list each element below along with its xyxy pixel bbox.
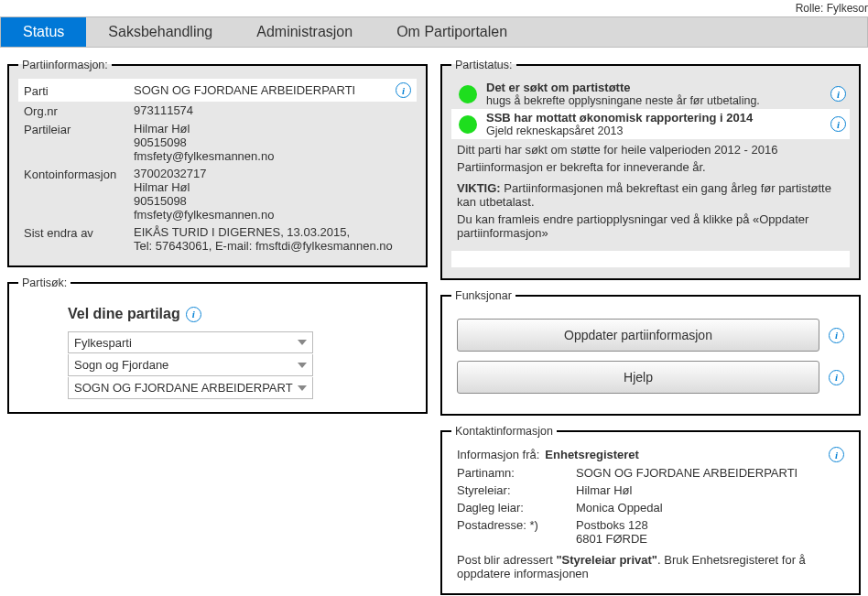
styreleiar-label: Styreleiar: bbox=[457, 483, 576, 497]
tab-saksbehandling[interactable]: Saksbehandling bbox=[86, 17, 234, 47]
funksjonar-legend: Funksjonar bbox=[451, 289, 515, 302]
dagleg-leiar-value: Monica Oppedal bbox=[576, 501, 844, 515]
tab-status[interactable]: Status bbox=[1, 17, 86, 47]
partiinformasjon-panel: Partiinformasjon: Parti SOGN OG FJORDANE… bbox=[7, 59, 428, 267]
partileiar-label: Partileiar bbox=[24, 122, 134, 163]
styreleiar-value: Hilmar Høl bbox=[576, 483, 844, 497]
status-2-sub: Gjeld rekneskapsåret 2013 bbox=[486, 125, 821, 137]
orgnr-value: 973111574 bbox=[134, 103, 411, 118]
info-icon[interactable]: i bbox=[829, 447, 844, 462]
sist-endra-value-2: Tel: 57643061, E-mail: fmsftdi@fylkesman… bbox=[134, 239, 411, 253]
main-tabs: Status Saksbehandling Administrasjon Om … bbox=[0, 16, 868, 48]
partinamn-value: SOGN OG FJORDANE ARBEIDERPARTI bbox=[576, 466, 844, 480]
partisok-panel: Partisøk: Vel dine partilag i Fylkespart… bbox=[7, 276, 428, 414]
kontaktinformasjon-panel: Kontaktinformasjon Informasjon frå: Enhe… bbox=[440, 425, 861, 595]
chevron-down-icon bbox=[298, 385, 307, 391]
blank-line bbox=[451, 251, 850, 267]
postadresse-line2: 6801 FØRDE bbox=[576, 532, 844, 546]
status-1-sub: hugs å bekrefte opplysningane neste år f… bbox=[486, 94, 821, 107]
orgnr-label: Org.nr bbox=[24, 103, 134, 118]
partileiar-name: Hilmar Høl bbox=[134, 122, 411, 135]
kontaktinformasjon-legend: Kontaktinformasjon bbox=[451, 425, 557, 438]
partisok-heading: Vel dine partilag bbox=[68, 306, 180, 322]
konto-phone: 90515098 bbox=[134, 194, 411, 208]
status-note-2: Partiinformasjon er bekrefta for innever… bbox=[457, 160, 844, 174]
chevron-down-icon bbox=[298, 340, 307, 345]
status-dot-icon bbox=[459, 85, 477, 103]
info-icon[interactable]: i bbox=[829, 328, 844, 343]
partileiar-phone: 90515098 bbox=[134, 135, 411, 149]
partistatus-panel: Partistatus: Det er søkt om partistøtte … bbox=[440, 59, 861, 280]
select-parti[interactable]: SOGN OG FJORDANE ARBEIDERPART bbox=[68, 377, 313, 399]
hjelp-button[interactable]: Hjelp bbox=[457, 361, 819, 394]
select-region-value: Sogn og Fjordane bbox=[74, 358, 168, 372]
status-note-3: VIKTIG: Partiinformasjonen må bekreftast… bbox=[457, 181, 844, 209]
postadresse-label: Postadresse: *) bbox=[457, 518, 576, 546]
status-2-title: SSB har mottatt økonomisk rapportering i… bbox=[486, 111, 821, 125]
status-note-4: Du kan framleis endre partiopplysningar … bbox=[457, 212, 844, 240]
parti-value: SOGN OG FJORDANE ARBEIDERPARTI bbox=[134, 83, 396, 97]
status-1-title: Det er søkt om partistøtte bbox=[486, 81, 821, 94]
info-icon[interactable]: i bbox=[829, 370, 844, 385]
sist-endra-label: Sist endra av bbox=[24, 225, 134, 253]
info-icon[interactable]: i bbox=[186, 307, 201, 322]
partistatus-legend: Partistatus: bbox=[451, 59, 516, 71]
role-label: Rolle: Fylkesor bbox=[0, 0, 868, 16]
select-partitype-value: Fylkesparti bbox=[74, 336, 132, 350]
konto-name: Hilmar Høl bbox=[134, 180, 411, 194]
info-icon[interactable]: i bbox=[396, 82, 411, 98]
tab-om-partiportalen[interactable]: Om Partiportalen bbox=[374, 17, 529, 47]
dagleg-leiar-label: Dagleg leiar: bbox=[457, 501, 576, 515]
select-region[interactable]: Sogn og Fjordane bbox=[68, 354, 313, 376]
chevron-down-icon bbox=[298, 363, 307, 368]
partileiar-email: fmsfety@fylkesmannen.no bbox=[134, 149, 411, 163]
status-dot-icon bbox=[459, 115, 477, 134]
select-partitype[interactable]: Fylkesparti bbox=[68, 331, 313, 353]
partisok-legend: Partisøk: bbox=[18, 276, 71, 289]
partiinformasjon-legend: Partiinformasjon: bbox=[18, 59, 112, 71]
funksjonar-panel: Funksjonar Oppdater partiinformasjon i H… bbox=[440, 289, 861, 416]
tab-administrasjon[interactable]: Administrasjon bbox=[234, 17, 374, 47]
oppdater-partiinformasjon-button[interactable]: Oppdater partiinformasjon bbox=[457, 319, 819, 352]
status-note-1: Ditt parti har søkt om støtte for heile … bbox=[457, 143, 844, 157]
info-from-label: Informasjon frå: bbox=[457, 448, 539, 461]
postadresse-line1: Postboks 128 bbox=[576, 518, 844, 532]
info-icon[interactable]: i bbox=[830, 86, 846, 102]
konto-label: Kontoinformasjon bbox=[24, 167, 134, 222]
info-icon[interactable]: i bbox=[830, 116, 846, 132]
konto-email: fmsfety@fylkesmannen.no bbox=[134, 208, 411, 222]
partinamn-label: Partinamn: bbox=[457, 466, 576, 480]
parti-label: Parti bbox=[24, 83, 134, 98]
konto-nr: 37002032717 bbox=[134, 167, 411, 180]
sist-endra-value-1: EIKÅS TURID I DIGERNES, 13.03.2015, bbox=[134, 225, 411, 239]
info-source: Enhetsregisteret bbox=[545, 448, 639, 461]
select-parti-value: SOGN OG FJORDANE ARBEIDERPART bbox=[74, 381, 293, 395]
kontakt-note: Post blir adressert "Styreleiar privat".… bbox=[451, 547, 850, 582]
